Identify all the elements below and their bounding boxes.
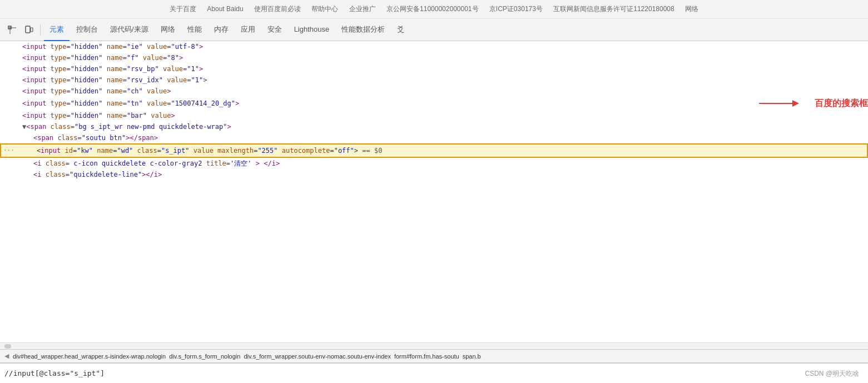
tab-elements[interactable]: 元素 xyxy=(44,19,70,41)
dom-line-8[interactable]: ▼<span class="bg s_ipt_wr new-pmd quickd… xyxy=(0,121,868,132)
dom-line-11[interactable]: <i class= c-icon quickdelete c-color-gra… xyxy=(0,158,868,169)
annotation-text: 百度的搜索框 xyxy=(815,98,868,109)
attribution-text: CSDN @明天吃啥 xyxy=(805,369,859,379)
tab-network[interactable]: 网络 xyxy=(155,19,181,41)
breadcrumb-bar: ◀ div#head_wrapper.head_wrapper.s-isinde… xyxy=(0,349,868,362)
dom-line-7[interactable]: <input type="hidden" name="bar" value> xyxy=(0,110,868,121)
tab-console[interactable]: 控制台 xyxy=(71,19,103,41)
dom-line-6[interactable]: <input type="hidden" name="tn" value="15… xyxy=(0,98,748,109)
breadcrumb-item-3[interactable]: div.s_form_wrapper.soutu-env-nomac.soutu… xyxy=(242,353,393,360)
toolbar-separator xyxy=(40,24,41,36)
baidu-link-biz[interactable]: 企业推广 xyxy=(349,5,376,13)
tab-lighthouse[interactable]: Lighthouse xyxy=(289,19,335,41)
breadcrumb-item-5[interactable]: span.b xyxy=(461,353,483,360)
baidu-footer-bar: 关于百度 About Baidu 使用百度前必读 帮助中心 企业推广 京公网安备… xyxy=(0,0,868,19)
dom-line-12[interactable]: <i class="quickdelete-line"></i> xyxy=(0,169,868,180)
tab-sources[interactable]: 源代码/来源 xyxy=(105,19,154,41)
tab-security[interactable]: 安全 xyxy=(262,19,287,41)
red-arrow-icon xyxy=(759,97,803,110)
device-toggle-button[interactable] xyxy=(21,22,37,38)
baidu-link-icp[interactable]: 京ICP证030173号 xyxy=(489,5,543,13)
tab-extra[interactable]: 爻 xyxy=(391,19,410,41)
inspect-element-button[interactable] xyxy=(4,22,20,38)
horizontal-scrollbar[interactable] xyxy=(0,342,868,349)
baidu-link-about-en[interactable]: About Baidu xyxy=(207,5,243,13)
three-dots-indicator: ··· xyxy=(1,145,17,157)
tab-performance-insights[interactable]: 性能数据分析 xyxy=(336,19,390,41)
tab-performance[interactable]: 性能 xyxy=(182,19,207,41)
breadcrumb-item-4[interactable]: form#form.fm.has-soutu xyxy=(393,353,461,360)
console-input-bar xyxy=(0,362,868,383)
annotation-arrow-area: 百度的搜索框 xyxy=(748,97,868,110)
devtools-toolbar: 元素 控制台 源代码/来源 网络 性能 内存 应用 安全 Lighthouse … xyxy=(0,19,868,41)
dom-line-1[interactable]: <input type="hidden" name="ie" value="ut… xyxy=(0,41,868,52)
breadcrumb-item-2[interactable]: div.s_form.s_form_nologin xyxy=(167,353,242,360)
elements-code-panel: <input type="hidden" name="ie" value="ut… xyxy=(0,41,868,342)
baidu-link-about[interactable]: 关于百度 xyxy=(170,5,196,13)
dom-line-6-row: <input type="hidden" name="tn" value="15… xyxy=(0,97,868,110)
baidu-link-network[interactable]: 网络 xyxy=(685,5,698,13)
tab-memory[interactable]: 内存 xyxy=(209,19,234,41)
baidu-link-security[interactable]: 京公网安备11000002000001号 xyxy=(386,5,478,13)
breadcrumb-back-icon[interactable]: ◀ xyxy=(4,352,9,360)
svg-rect-4 xyxy=(31,28,33,32)
dom-line-3[interactable]: <input type="hidden" name="rsv_bp" value… xyxy=(0,63,868,74)
devtools-panel: 关于百度 About Baidu 使用百度前必读 帮助中心 企业推广 京公网安备… xyxy=(0,0,868,383)
breadcrumb-item-1[interactable]: div#head_wrapper.head_wrapper.s-isindex-… xyxy=(11,353,167,360)
dom-line-10-code: <input id="kw" name="wd" class="s_ipt" v… xyxy=(17,145,867,156)
baidu-link-news[interactable]: 互联网新闻信息服务许可证11220180008 xyxy=(553,5,674,13)
console-xpath-input[interactable] xyxy=(4,369,864,377)
tab-application[interactable]: 应用 xyxy=(235,19,261,41)
dom-line-4[interactable]: <input type="hidden" name="rsv_idx" valu… xyxy=(0,74,868,86)
dom-line-10-selected[interactable]: ··· <input id="kw" name="wd" class="s_ip… xyxy=(0,143,868,158)
baidu-link-terms[interactable]: 使用百度前必读 xyxy=(254,5,301,13)
dom-line-9[interactable]: <span class="soutu btn"></span> xyxy=(0,132,868,143)
svg-rect-3 xyxy=(26,26,30,33)
dom-line-5[interactable]: <input type="hidden" name="ch" value> xyxy=(0,86,868,97)
dom-line-2[interactable]: <input type="hidden" name="f" value="8"> xyxy=(0,52,868,63)
baidu-link-help[interactable]: 帮助中心 xyxy=(311,5,338,13)
